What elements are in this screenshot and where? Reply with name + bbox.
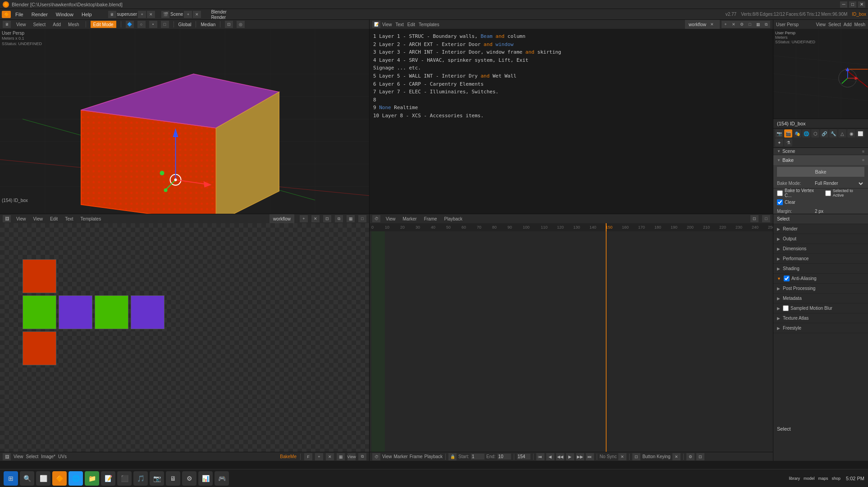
small-vp-view[interactable]: View <box>816 22 826 27</box>
tl-view2[interactable]: View <box>382 454 392 459</box>
uv-bottom-view[interactable]: View <box>14 454 23 459</box>
prop-icon-render[interactable]: 🎬 <box>784 129 792 138</box>
text-mode-icon[interactable]: 📝 <box>372 21 380 28</box>
play-btn[interactable]: ▶ <box>566 453 574 460</box>
small-vp-mesh[interactable]: Mesh <box>854 22 865 27</box>
tl-settings2[interactable]: ⊡ <box>696 453 704 460</box>
uv-close2-btn[interactable]: ✕ <box>326 453 334 460</box>
frp-aa-checkbox[interactable] <box>784 276 790 281</box>
scene-icon[interactable]: 🎬 <box>161 11 169 18</box>
viewport-icon1[interactable]: 🔷 <box>126 21 134 28</box>
no-sync-x-btn[interactable]: ✕ <box>618 453 626 460</box>
timeline-mode-btn[interactable]: ⏱ <box>372 215 380 222</box>
uv-view2-btn[interactable]: View <box>347 453 356 460</box>
keying-x-btn[interactable]: ✕ <box>672 453 681 460</box>
cmd-taskbar-icon[interactable]: ⬛ <box>117 471 132 486</box>
prop-icon-texture[interactable]: ⬜ <box>856 129 864 138</box>
tl-playback-menu[interactable]: Playback <box>443 216 465 221</box>
uv-bottom-select[interactable]: Select <box>26 454 39 459</box>
timeline-content[interactable] <box>370 231 773 452</box>
tray-shop[interactable]: shop <box>832 476 841 481</box>
uv-icon2[interactable]: ⧉ <box>335 215 343 222</box>
workflow-tab-label[interactable]: workflow <box>689 22 706 27</box>
frp-anti-aliasing[interactable]: ▼ Anti-Aliasing <box>773 274 868 284</box>
close-workspace-button[interactable]: ✕ <box>193 11 201 18</box>
frp-metadata[interactable]: ▶ Metadata <box>773 294 868 303</box>
ie-taskbar-icon[interactable]: 🌐 <box>69 471 83 486</box>
tl-settings1[interactable]: ⚙ <box>686 453 694 460</box>
start-button[interactable]: ⊞ <box>4 471 18 486</box>
maximize-button[interactable]: □ <box>849 1 856 8</box>
frp-smb-checkbox[interactable] <box>783 305 789 311</box>
ta-templates-menu[interactable]: Templates <box>417 22 441 27</box>
prop-icon-modifiers[interactable]: 🔧 <box>829 129 837 138</box>
bottom-select-label[interactable]: Select <box>777 426 791 432</box>
tl-marker2[interactable]: Marker <box>394 454 408 459</box>
bake-mode-select[interactable]: Full Render <box>811 179 864 188</box>
prop-icon-constraints[interactable]: 🔗 <box>820 129 828 138</box>
viewport-select-menu[interactable]: Select <box>32 22 48 27</box>
prop-icon-data[interactable]: △ <box>838 129 846 138</box>
app8-taskbar-icon[interactable]: ⚙ <box>182 471 196 486</box>
bake-to-vertex-checkbox[interactable] <box>777 190 783 196</box>
add-tab-button[interactable]: + <box>722 21 730 28</box>
uv-workflow-tab[interactable]: workflow <box>273 216 291 221</box>
proportional-icon[interactable]: ◎ <box>237 21 245 28</box>
current-frame-input[interactable] <box>517 454 530 459</box>
prop-icon-world[interactable]: 🌐 <box>802 129 810 138</box>
close-button[interactable]: ✕ <box>858 1 865 8</box>
keying-icon[interactable]: ⊡ <box>632 453 640 460</box>
prop-icon-material[interactable]: ◉ <box>847 129 855 138</box>
uv-icon4[interactable]: □ <box>358 215 366 222</box>
prop-icon-physics[interactable]: ⚗ <box>784 138 792 147</box>
viewport-mesh-menu[interactable]: Mesh <box>66 22 81 27</box>
tray-model[interactable]: model <box>804 476 815 481</box>
viewport-add-menu[interactable]: Add <box>51 22 63 27</box>
viewport-icon4[interactable]: □ <box>161 21 169 28</box>
app5-taskbar-icon[interactable]: 🎵 <box>133 471 148 486</box>
tray-maps[interactable]: maps <box>818 476 828 481</box>
play-beginning-btn[interactable]: ⏮ <box>536 453 544 460</box>
start-frame-input[interactable] <box>471 454 484 459</box>
notepad-taskbar-icon[interactable]: 📝 <box>101 471 115 486</box>
scene-options-icon[interactable]: ≡ <box>862 149 864 154</box>
ta-text-menu[interactable]: Text <box>394 22 406 27</box>
frp-render[interactable]: ▶ Render <box>773 224 868 234</box>
search-button[interactable]: 🔍 <box>20 471 34 486</box>
add-scene-button[interactable]: + <box>138 11 146 18</box>
frp-post-processing[interactable]: ▶ Post Processing <box>773 284 868 294</box>
uv-bottom-image[interactable]: Image* <box>41 454 55 459</box>
global-mode[interactable]: Global <box>178 22 192 27</box>
pivot-mode[interactable]: Median <box>201 22 215 27</box>
uv-f-btn[interactable]: F <box>304 453 312 460</box>
play-end-btn[interactable]: ⏭ <box>586 453 594 460</box>
text-icon1[interactable]: ⚙ <box>738 21 746 28</box>
viewport-mode-button[interactable]: 🖥 <box>3 21 11 28</box>
frp-texture-atlas[interactable]: ▶ Texture Atlas <box>773 313 868 323</box>
frp-performance[interactable]: ▶ Performance <box>773 254 868 264</box>
end-frame-input[interactable] <box>498 454 511 459</box>
tray-library[interactable]: library <box>789 476 800 481</box>
uv-grid-btn[interactable]: ▦ <box>337 453 345 460</box>
tl-frame2[interactable]: Frame <box>410 454 423 459</box>
margin-input[interactable] <box>813 207 868 214</box>
viewport-icon2[interactable]: ○ <box>137 21 146 28</box>
small-vp-add[interactable]: Add <box>844 22 852 27</box>
menu-render[interactable]: Render <box>28 11 51 18</box>
frp-dimensions[interactable]: ▶ Dimensions <box>773 244 868 254</box>
app7-taskbar-icon[interactable]: 🖥 <box>166 471 180 486</box>
uv-icon1[interactable]: ⊡ <box>323 215 331 222</box>
close-text-button[interactable]: ✕ <box>730 21 738 28</box>
app9-taskbar-icon[interactable]: 📊 <box>198 471 213 486</box>
uv-bottom-mode-btn[interactable]: 🖼 <box>3 453 11 460</box>
prop-icon-object[interactable]: ⬡ <box>811 129 819 138</box>
text-icon3[interactable]: ▦ <box>754 21 762 28</box>
frp-shading[interactable]: ▶ Shading <box>773 264 868 274</box>
task-view-button[interactable]: ⬜ <box>36 471 50 486</box>
edit-mode-button[interactable]: Edit Mode <box>91 21 116 28</box>
snap-icon[interactable]: ⊡ <box>225 21 233 28</box>
add-workspace-button[interactable]: + <box>184 11 192 18</box>
tl-playback2[interactable]: Playback <box>425 454 443 459</box>
uv-edit-menu[interactable]: View <box>32 216 45 221</box>
small-vp-select[interactable]: Select <box>828 22 841 27</box>
